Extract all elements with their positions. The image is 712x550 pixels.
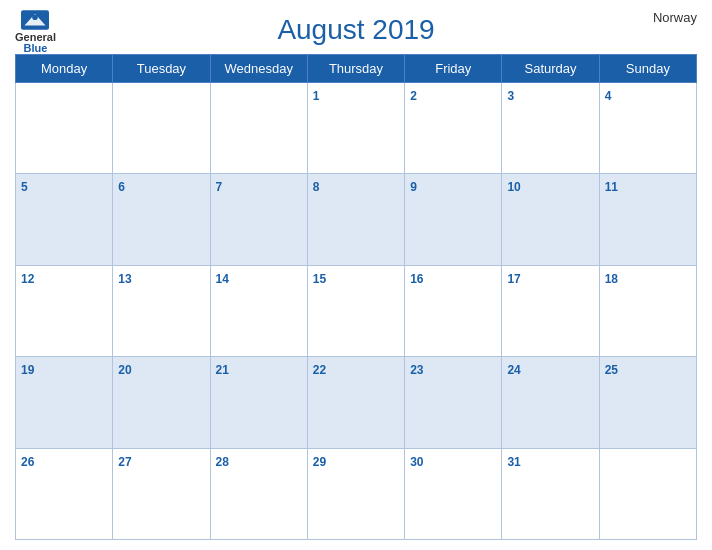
calendar-day: 18 — [599, 265, 696, 356]
header-wednesday: Wednesday — [210, 55, 307, 83]
calendar-day — [16, 83, 113, 174]
calendar-day: 6 — [113, 174, 210, 265]
day-number: 6 — [118, 180, 125, 194]
calendar-day: 11 — [599, 174, 696, 265]
calendar-day: 27 — [113, 448, 210, 539]
day-number: 20 — [118, 363, 131, 377]
calendar-day: 25 — [599, 357, 696, 448]
calendar-week-row: 262728293031 — [16, 448, 697, 539]
day-number: 30 — [410, 455, 423, 469]
calendar-day: 12 — [16, 265, 113, 356]
page-title: August 2019 — [277, 14, 434, 46]
day-number: 24 — [507, 363, 520, 377]
header-tuesday: Tuesday — [113, 55, 210, 83]
weekday-header-row: Monday Tuesday Wednesday Thursday Friday… — [16, 55, 697, 83]
calendar-day: 5 — [16, 174, 113, 265]
day-number: 23 — [410, 363, 423, 377]
day-number: 13 — [118, 272, 131, 286]
calendar-day: 10 — [502, 174, 599, 265]
svg-point-2 — [33, 14, 39, 20]
calendar-week-row: 1234 — [16, 83, 697, 174]
day-number: 10 — [507, 180, 520, 194]
calendar-day: 21 — [210, 357, 307, 448]
day-number: 9 — [410, 180, 417, 194]
calendar-day: 29 — [307, 448, 404, 539]
day-number: 7 — [216, 180, 223, 194]
calendar-day: 24 — [502, 357, 599, 448]
calendar-day: 8 — [307, 174, 404, 265]
header-friday: Friday — [405, 55, 502, 83]
day-number: 31 — [507, 455, 520, 469]
calendar-day: 3 — [502, 83, 599, 174]
calendar-day: 28 — [210, 448, 307, 539]
calendar-table: Monday Tuesday Wednesday Thursday Friday… — [15, 54, 697, 540]
day-number: 22 — [313, 363, 326, 377]
header-monday: Monday — [16, 55, 113, 83]
day-number: 19 — [21, 363, 34, 377]
day-number: 2 — [410, 89, 417, 103]
calendar-day: 9 — [405, 174, 502, 265]
calendar-week-row: 19202122232425 — [16, 357, 697, 448]
calendar-day — [210, 83, 307, 174]
day-number: 18 — [605, 272, 618, 286]
day-number: 17 — [507, 272, 520, 286]
calendar-day — [599, 448, 696, 539]
day-number: 27 — [118, 455, 131, 469]
calendar-day: 22 — [307, 357, 404, 448]
header-thursday: Thursday — [307, 55, 404, 83]
calendar-header: General Blue August 2019 Norway — [15, 10, 697, 46]
day-number: 15 — [313, 272, 326, 286]
logo-blue: Blue — [24, 43, 48, 54]
day-number: 14 — [216, 272, 229, 286]
day-number: 21 — [216, 363, 229, 377]
day-number: 29 — [313, 455, 326, 469]
calendar-week-row: 12131415161718 — [16, 265, 697, 356]
calendar-day: 4 — [599, 83, 696, 174]
calendar-day: 31 — [502, 448, 599, 539]
day-number: 11 — [605, 180, 618, 194]
calendar-day: 19 — [16, 357, 113, 448]
calendar-day: 23 — [405, 357, 502, 448]
day-number: 3 — [507, 89, 514, 103]
calendar-day: 1 — [307, 83, 404, 174]
header-saturday: Saturday — [502, 55, 599, 83]
logo: General Blue — [15, 10, 56, 54]
calendar-day: 26 — [16, 448, 113, 539]
day-number: 25 — [605, 363, 618, 377]
day-number: 4 — [605, 89, 612, 103]
calendar-day: 16 — [405, 265, 502, 356]
day-number: 12 — [21, 272, 34, 286]
calendar-day: 14 — [210, 265, 307, 356]
calendar-day: 15 — [307, 265, 404, 356]
day-number: 8 — [313, 180, 320, 194]
calendar-week-row: 567891011 — [16, 174, 697, 265]
calendar-day: 30 — [405, 448, 502, 539]
day-number: 1 — [313, 89, 320, 103]
day-number: 28 — [216, 455, 229, 469]
calendar-day — [113, 83, 210, 174]
day-number: 26 — [21, 455, 34, 469]
country-label: Norway — [653, 10, 697, 25]
calendar-day: 17 — [502, 265, 599, 356]
day-number: 5 — [21, 180, 28, 194]
header-sunday: Sunday — [599, 55, 696, 83]
calendar-day: 13 — [113, 265, 210, 356]
calendar-day: 2 — [405, 83, 502, 174]
calendar-day: 7 — [210, 174, 307, 265]
calendar-day: 20 — [113, 357, 210, 448]
day-number: 16 — [410, 272, 423, 286]
